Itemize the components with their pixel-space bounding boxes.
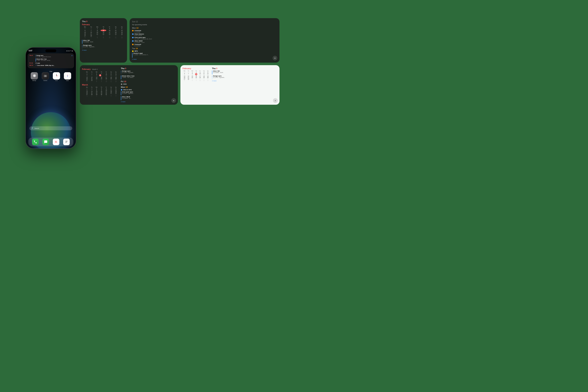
phone-frame: 5:07 ▲▲▲ ▾ ▬ Thu 9	[26, 47, 76, 149]
widget-large-cal: February Week 6 Mo Tu We Th Fr	[80, 65, 178, 105]
phone-screen: 5:07 ▲▲▲ ▾ ▬ Thu 9	[26, 48, 76, 148]
status-icons: ▲▲▲ ▾ ▬	[66, 50, 73, 52]
widget-small-cal: Thu 9 February Mo Tu We Th Fr Sa Su 30	[80, 18, 127, 62]
widgets-bottom-row: February Week 6 Mo Tu We Th Fr	[80, 65, 280, 105]
cron-date-thu: Thu 9	[30, 55, 34, 62]
w3-inner: February Week 6 Mo Tu We Th Fr	[82, 67, 176, 102]
cron-add-button[interactable]: +	[71, 54, 72, 57]
w2-sun-label: Sun 12	[132, 21, 277, 23]
cron-sub-dinner: 7–9PM · The Odeon, 145 W...	[36, 60, 51, 61]
cron-title-retreat: Cron retreat · CERN, Espl. de...	[37, 65, 54, 66]
svg-point-8	[56, 76, 56, 76]
safari-app-label: Safari	[66, 80, 69, 81]
w3-feb-header: February Week 6	[82, 67, 118, 70]
app-item-safari[interactable]: Safari	[62, 72, 72, 81]
dock-messages[interactable]	[42, 139, 49, 145]
safari-icon	[64, 72, 71, 80]
search-bar[interactable]: 🔍 Search	[30, 126, 72, 130]
w3-event-2: Dinner Alice / Ivan7–9PM · The Odeon...	[121, 75, 176, 79]
w2-no-events: No upcoming events	[132, 24, 277, 26]
app-item-clock[interactable]: 12 6 9 3 Clock	[52, 72, 61, 81]
w3-fri-event: OOO	[121, 83, 176, 85]
settings-app-label: Settings	[32, 80, 36, 81]
widget-light-cal: February Mo Tu We Th Fr Sa Su	[180, 65, 280, 105]
w3-more[interactable]: 2 more	[121, 101, 176, 102]
w2-plus-button[interactable]: +	[272, 56, 277, 60]
w2-mon-event-2: Clear inboxes8:30–9:30PM	[132, 33, 277, 36]
w3-events-side: Thu 9 Design sync12–1PM · Legoland... Di…	[121, 67, 176, 102]
w1-cal-grid: Mo Tu We Th Fr Sa Su 30 31 1 2 3 4	[82, 26, 125, 38]
w3-mon-event-3: Alice / MLM3–3:30PM · Zo...	[121, 96, 176, 100]
w2-tue-event-1: WFH	[132, 50, 277, 52]
w3-plus-button[interactable]: +	[171, 98, 176, 103]
w3-fri-heading: Fri 10	[121, 80, 176, 82]
phone-dock: 31 31	[28, 138, 73, 146]
w4-thu-heading: Thu 9	[212, 67, 277, 70]
w2-tue-event-2: Doctor's appt9–10AM · One Medical, 5...	[132, 52, 277, 58]
camera-app-label: Camera	[43, 80, 47, 81]
status-bar: 5:07 ▲▲▲ ▾ ▬	[26, 50, 76, 52]
w4-more[interactable]: 2 more	[212, 80, 277, 82]
w1-more[interactable]: 2 more	[82, 49, 125, 51]
w1-event-bar-1	[82, 40, 82, 44]
w3-mon-event-2: Cron cycle spec12–1PM · Legoland...	[121, 91, 176, 95]
w2-mon-event-3: Cron cycle spec12–1PM · Cronotime (5), Z…	[132, 37, 277, 40]
app-item-settings[interactable]: Settings	[30, 72, 39, 81]
widgets-container: Thu 9 February Mo Tu We Th Fr Sa Su 30	[80, 18, 280, 105]
app-grid: Settings Camera	[30, 72, 72, 81]
w4-event-2: Design sync 12–1PM · Legoland...	[212, 75, 277, 79]
battery-icon: ▬	[72, 50, 73, 51]
widget-large-events: Sun 12 No upcoming events Mon 13 Commute…	[130, 18, 280, 62]
svg-text:12: 12	[56, 74, 57, 74]
w4-event-1: Alice / MJ 8–9:30AM · Zoom	[212, 70, 277, 74]
search-label: Search	[34, 128, 39, 129]
w3-month-feb: February	[82, 68, 90, 70]
cron-bar-design-sync	[36, 55, 36, 58]
clock-icon: 12 6 9 3	[53, 72, 60, 80]
w3-mar-grid: Mo Tu We Th Fr Sa Su 2728	[82, 86, 118, 96]
w2-mon-label: Mon 13	[132, 27, 277, 29]
svg-rect-4	[45, 74, 45, 75]
camera-icon	[42, 72, 49, 80]
w1-events: Alice / MJ9–9:30AM · Zoom Design sync12–…	[82, 40, 125, 51]
status-time: 5:07	[29, 50, 32, 52]
app-item-camera[interactable]: Camera	[40, 72, 50, 81]
w1-mini-cal: February Mo Tu We Th Fr Sa Su 30 31 1 2	[82, 24, 125, 38]
app-group-label: Cron	[26, 71, 76, 72]
w2-more[interactable]: 2 more	[132, 58, 277, 60]
w1-event-2: Design sync12–1PM · Legoland...	[82, 44, 125, 49]
w4-month: February	[182, 67, 210, 70]
svg-point-3	[45, 76, 46, 76]
cron-widget: Thu 9 Design sync12–1PM · Legoland (8), …	[28, 53, 74, 68]
dock-phone[interactable]	[32, 139, 39, 145]
w1-event-bar-2	[82, 45, 82, 49]
svg-rect-19	[65, 140, 68, 144]
cron-date-fri: Fri 10	[30, 62, 34, 64]
w3-month-mar: March	[82, 84, 118, 86]
search-icon: 🔍	[32, 128, 34, 129]
main-scene: 5:07 ▲▲▲ ▾ ▬ Thu 9	[11, 13, 283, 183]
wifi-icon: ▾	[70, 50, 71, 52]
w2-tue-label: Tue 14	[132, 48, 277, 50]
cron-sub-design-sync: 12–1PM · Legoland (8), Zoom	[36, 56, 51, 58]
w3-mon-event-1: Alice in NYC	[121, 89, 176, 90]
dock-notion[interactable]	[63, 139, 70, 145]
w2-mon-event-5: Commute6–6:30PM	[132, 44, 277, 46]
cron-event-thu: Thu 9 Design sync12–1PM · Legoland (8), …	[30, 55, 72, 62]
w4-cal-grid: Mo Tu We Th Fr Sa Su 3031 1	[182, 70, 210, 81]
cron-title-dinner: Dinner Alice / Ivan	[36, 58, 51, 60]
cron-date-sat: Sat 11	[30, 64, 34, 66]
clock-app-label: Clock	[55, 80, 58, 81]
cron-title-ooo: OOO	[37, 62, 40, 64]
w4-plus-button[interactable]: +	[273, 98, 278, 103]
w3-event-1: Design sync12–1PM · Legoland...	[121, 70, 176, 74]
dock-calendar[interactable]: 31 31	[53, 139, 59, 145]
w3-thu-heading: Thu 9	[121, 67, 176, 70]
w4-cal-side: February Mo Tu We Th Fr Sa Su	[182, 67, 210, 82]
w1-date-heading: Thu 9	[82, 20, 125, 22]
w3-cal-side: February Week 6 Mo Tu We Th Fr	[82, 67, 118, 102]
w3-mon-heading: Mon 13	[121, 86, 176, 88]
settings-icon	[31, 72, 38, 80]
w1-event-1: Alice / MJ9–9:30AM · Zoom	[82, 40, 125, 44]
w1-month: February	[82, 24, 125, 26]
